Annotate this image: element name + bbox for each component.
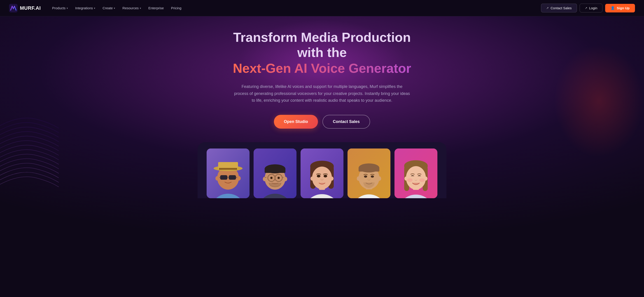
user-icon: 👤 — [610, 6, 615, 10]
svg-point-51 — [378, 176, 381, 181]
svg-rect-21 — [265, 168, 286, 173]
hero-content: Transform Media Production with the Next… — [220, 30, 424, 142]
svg-point-65 — [419, 178, 425, 182]
svg-point-31 — [278, 177, 280, 179]
hero-title-line1: Transform Media Production with the — [220, 30, 424, 60]
hero-subtitle: Featuring diverse, lifelike AI voices an… — [234, 83, 410, 104]
svg-rect-10 — [229, 175, 236, 180]
svg-point-64 — [407, 178, 412, 182]
navbar: MURF.AI Products ▾ Integrations ▾ Create… — [0, 0, 644, 16]
nav-links: Products ▾ Integrations ▾ Create ▾ Resou… — [49, 4, 185, 12]
right-glow — [554, 44, 644, 157]
svg-point-42 — [317, 175, 320, 177]
signup-button[interactable]: 👤 Sign Up — [605, 4, 635, 13]
wave-lines-decoration — [0, 115, 59, 191]
svg-point-40 — [310, 177, 314, 181]
logo[interactable]: MURF.AI — [9, 4, 41, 13]
nav-resources[interactable]: Resources ▾ — [119, 4, 144, 12]
open-studio-button[interactable]: Open Studio — [274, 115, 318, 129]
hero-contact-sales-button[interactable]: Contact Sales — [322, 115, 370, 129]
chevron-down-icon: ▾ — [66, 7, 68, 10]
svg-point-53 — [371, 175, 374, 178]
nav-right: ↗ Contact Sales ↗ Login 👤 Sign Up — [541, 4, 635, 13]
chevron-down-icon: ▾ — [94, 7, 95, 10]
chevron-down-icon: ▾ — [114, 7, 115, 10]
svg-point-41 — [330, 177, 334, 181]
svg-point-30 — [270, 177, 272, 179]
login-button[interactable]: ↗ Login — [580, 4, 603, 13]
nav-left: MURF.AI Products ▾ Integrations ▾ Create… — [9, 4, 184, 13]
svg-point-63 — [424, 177, 428, 181]
nav-pricing[interactable]: Pricing — [168, 4, 184, 12]
nav-enterprise[interactable]: Enterprise — [145, 4, 167, 12]
svg-point-50 — [357, 176, 360, 181]
nav-create[interactable]: Create ▾ — [99, 4, 118, 12]
hero-cta: Open Studio Contact Sales — [220, 115, 424, 129]
svg-rect-8 — [219, 168, 237, 170]
avatar-card-3 — [300, 149, 344, 198]
nav-integrations[interactable]: Integrations ▾ — [72, 4, 98, 12]
svg-rect-9 — [220, 175, 228, 180]
arrow-up-right-icon: ↗ — [546, 6, 549, 10]
avatar-card-5 — [394, 149, 438, 198]
contact-sales-button[interactable]: ↗ Contact Sales — [541, 4, 577, 13]
svg-point-39 — [312, 167, 332, 189]
svg-point-43 — [324, 175, 327, 177]
svg-rect-49 — [358, 167, 379, 172]
avatar-panel — [198, 142, 446, 198]
svg-point-61 — [406, 166, 426, 190]
hero-title-line2: Next-Gen AI Voice Generator — [220, 61, 424, 76]
svg-point-52 — [364, 175, 367, 178]
logo-text: MURF.AI — [20, 5, 41, 11]
svg-point-14 — [216, 176, 219, 181]
avatar-card-4 — [348, 149, 390, 198]
arrow-up-right-icon: ↗ — [585, 6, 587, 10]
logo-icon — [9, 4, 18, 13]
svg-point-15 — [237, 176, 241, 181]
nav-products[interactable]: Products ▾ — [49, 4, 71, 12]
hero-section: Transform Media Production with the Next… — [0, 16, 644, 297]
svg-point-23 — [284, 177, 287, 181]
avatar-card-1 — [206, 149, 250, 198]
avatar-card-2 — [254, 149, 296, 198]
chevron-down-icon: ▾ — [140, 7, 141, 10]
svg-point-62 — [404, 177, 408, 181]
